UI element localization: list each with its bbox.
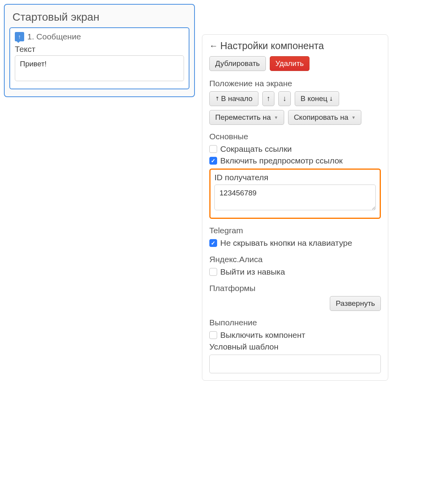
message-send-icon	[15, 32, 24, 41]
chevron-down-icon: ▼	[351, 115, 356, 120]
enable-preview-label: Включить предпросмотр ссылок	[220, 156, 343, 165]
move-to-start-button[interactable]: ⤒ В начало	[209, 91, 258, 106]
shorten-links-checkbox[interactable]	[209, 145, 217, 153]
back-arrow-icon[interactable]: ←	[209, 41, 218, 51]
exit-skill-checkbox[interactable]	[209, 268, 217, 276]
delete-button[interactable]: Удалить	[270, 56, 310, 71]
telegram-section: Telegram Не скрывать кнопки на клавиатур…	[209, 226, 381, 248]
disable-component-row: Выключить компонент	[209, 330, 381, 340]
telegram-title: Telegram	[209, 226, 381, 235]
exit-skill-row: Выйти из навыка	[209, 267, 381, 277]
position-section: Положение на экране ⤒ В начало ↑ ↓ В кон…	[209, 79, 381, 125]
platforms-section: Платформы Развернуть	[209, 284, 381, 311]
recipient-id-highlight: ID получателя	[209, 169, 381, 219]
recipient-id-label: ID получателя	[214, 173, 376, 182]
disable-component-checkbox[interactable]	[209, 331, 217, 339]
disable-component-label: Выключить компонент	[220, 330, 305, 340]
text-field-label: Текст	[15, 44, 184, 54]
execution-title: Выполнение	[209, 318, 381, 327]
message-component-card[interactable]: 1. Сообщение Текст	[9, 27, 189, 89]
template-label: Условный шаблон	[209, 342, 381, 351]
alisa-section: Яндекс.Алиса Выйти из навыка	[209, 255, 381, 277]
enable-preview-checkbox[interactable]	[209, 157, 217, 165]
move-to-end-button[interactable]: В конец ⤓	[295, 91, 339, 106]
execution-section: Выполнение Выключить компонент Условный …	[209, 318, 381, 373]
component-header: 1. Сообщение	[15, 32, 184, 41]
enable-preview-row: Включить предпросмотр ссылок	[209, 156, 381, 165]
expand-button[interactable]: Развернуть	[330, 296, 381, 311]
screen-title: Стартовый экран	[9, 11, 189, 23]
move-to-dropdown[interactable]: Переместить на ▼	[209, 110, 284, 125]
settings-header: ← Настройки компонента	[209, 40, 381, 51]
arrow-bottom-icon: ⤓	[329, 96, 333, 102]
chevron-down-icon: ▼	[274, 115, 278, 120]
move-down-button[interactable]: ↓	[278, 91, 291, 106]
start-screen-panel: Стартовый экран 1. Сообщение Текст	[4, 4, 195, 97]
main-section: Основные Сокращать ссылки Включить предп…	[209, 132, 381, 219]
component-settings-panel: ← Настройки компонента Дублировать Удали…	[202, 34, 388, 381]
platforms-title: Платформы	[209, 284, 381, 293]
alisa-title: Яндекс.Алиса	[209, 255, 381, 264]
shorten-links-label: Сокращать ссылки	[220, 144, 292, 154]
exit-skill-label: Выйти из навыка	[220, 267, 285, 277]
template-input[interactable]	[209, 355, 381, 373]
move-up-button[interactable]: ↑	[262, 91, 275, 106]
message-text-input[interactable]	[15, 55, 184, 81]
keep-buttons-checkbox[interactable]	[209, 239, 217, 247]
duplicate-button[interactable]: Дублировать	[209, 56, 266, 71]
copy-to-dropdown[interactable]: Скопировать на ▼	[288, 110, 362, 125]
component-title: 1. Сообщение	[27, 32, 81, 41]
settings-title: Настройки компонента	[220, 40, 324, 51]
keep-buttons-row: Не скрывать кнопки на клавиатуре	[209, 238, 381, 248]
shorten-links-row: Сокращать ссылки	[209, 144, 381, 154]
recipient-id-input[interactable]	[214, 185, 376, 210]
keep-buttons-label: Не скрывать кнопки на клавиатуре	[220, 238, 352, 248]
main-title: Основные	[209, 132, 381, 141]
arrow-top-icon: ⤒	[215, 96, 219, 102]
position-title: Положение на экране	[209, 79, 381, 88]
